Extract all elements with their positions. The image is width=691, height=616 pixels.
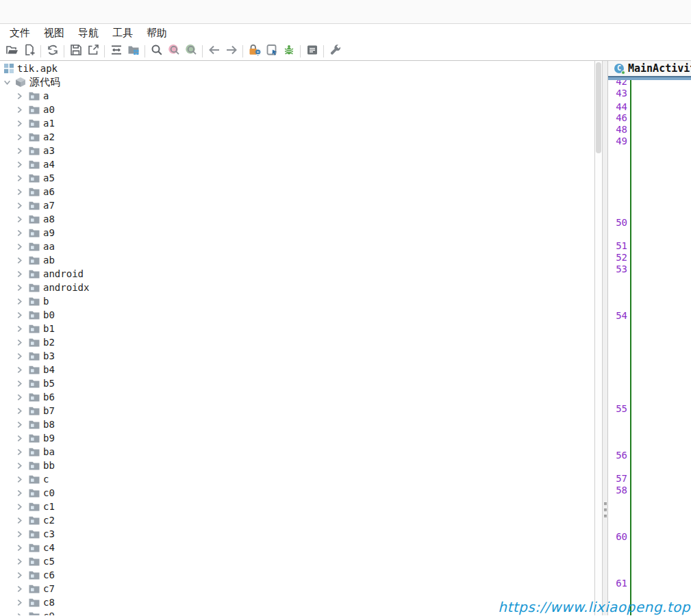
chevron-right-icon[interactable]: [15, 475, 23, 483]
log-viewer-button[interactable]: [303, 43, 321, 60]
tree-package-row[interactable]: b: [0, 294, 594, 308]
chevron-right-icon[interactable]: [15, 379, 23, 387]
tree-package-row[interactable]: b6: [0, 390, 594, 404]
menu-item[interactable]: 工具: [105, 25, 140, 41]
tree-package-row[interactable]: c7: [0, 582, 594, 595]
chevron-right-icon[interactable]: [15, 133, 23, 141]
tree-package-row[interactable]: b0: [0, 308, 594, 322]
tree-package-row[interactable]: a3: [0, 144, 594, 157]
chevron-right-icon[interactable]: [15, 188, 23, 196]
chevron-right-icon[interactable]: [15, 393, 23, 401]
tree-package-row[interactable]: c1: [0, 500, 594, 513]
tree-package-row[interactable]: a7: [0, 198, 594, 212]
tree-package-row[interactable]: a9: [0, 226, 594, 240]
tree-package-row[interactable]: a0: [0, 103, 594, 116]
chevron-right-icon[interactable]: [15, 585, 23, 593]
chevron-right-icon[interactable]: [15, 448, 23, 456]
chevron-right-icon[interactable]: [15, 146, 23, 155]
chevron-right-icon[interactable]: [15, 105, 23, 114]
tree-root-apk[interactable]: tik.apk: [0, 62, 594, 75]
tree-package-row[interactable]: a8: [0, 212, 594, 226]
menu-item[interactable]: 帮助: [140, 25, 174, 41]
chevron-right-icon[interactable]: [15, 311, 23, 319]
tree-package-row[interactable]: c0: [0, 486, 594, 500]
chevron-down-icon[interactable]: [3, 78, 11, 86]
tree-package-row[interactable]: b9: [0, 431, 594, 445]
tree-package-row[interactable]: a5: [0, 171, 594, 185]
tree-package-row[interactable]: a1: [0, 116, 594, 130]
menu-item[interactable]: 文件: [3, 25, 37, 41]
chevron-right-icon[interactable]: [15, 557, 23, 565]
chevron-right-icon[interactable]: [15, 119, 23, 127]
chevron-right-icon[interactable]: [15, 365, 23, 374]
chevron-right-icon[interactable]: [15, 543, 23, 552]
chevron-right-icon[interactable]: [15, 283, 23, 292]
chevron-right-icon[interactable]: [15, 297, 23, 305]
chevron-right-icon[interactable]: [15, 461, 23, 470]
search-text-button[interactable]: [165, 43, 182, 60]
tree-scrollbar[interactable]: [594, 61, 603, 615]
tree-package-row[interactable]: androidx: [0, 281, 594, 294]
chevron-right-icon[interactable]: [15, 201, 23, 209]
debugger-button[interactable]: [280, 43, 297, 60]
chevron-right-icon[interactable]: [15, 598, 23, 606]
tree-package-row[interactable]: ba: [0, 445, 594, 459]
chevron-right-icon[interactable]: [15, 434, 23, 442]
tree-package-row[interactable]: c6: [0, 568, 594, 582]
panel-splitter[interactable]: [603, 61, 608, 615]
chevron-right-icon[interactable]: [15, 352, 23, 360]
add-files-button[interactable]: [21, 43, 38, 60]
flat-packages-button[interactable]: [125, 43, 142, 60]
tree-package-row[interactable]: b7: [0, 404, 594, 418]
chevron-right-icon[interactable]: [15, 160, 23, 168]
tree-package-row[interactable]: b1: [0, 322, 594, 335]
back-button[interactable]: [205, 43, 223, 60]
tree-package-row[interactable]: bb: [0, 459, 594, 472]
reload-button[interactable]: [44, 43, 61, 60]
deobfuscation-button[interactable]: [246, 43, 263, 60]
chevron-right-icon[interactable]: [15, 270, 23, 278]
chevron-right-icon[interactable]: [15, 571, 23, 579]
tree-package-row[interactable]: android: [0, 267, 594, 281]
tree-package-row[interactable]: a6: [0, 185, 594, 198]
menu-item[interactable]: 视图: [37, 25, 71, 41]
save-all-button[interactable]: [67, 43, 84, 60]
search-class-button[interactable]: [148, 43, 165, 60]
forward-button[interactable]: [223, 43, 240, 60]
chevron-right-icon[interactable]: [15, 242, 23, 251]
tree-package-row[interactable]: a2: [0, 130, 594, 144]
tree-package-row[interactable]: c3: [0, 527, 594, 541]
tree-package-row[interactable]: c4: [0, 541, 594, 554]
chevron-right-icon[interactable]: [15, 215, 23, 223]
chevron-right-icon[interactable]: [15, 502, 23, 511]
chevron-right-icon[interactable]: [15, 420, 23, 428]
tree-source-node[interactable]: 源代码: [0, 75, 594, 89]
chevron-right-icon[interactable]: [15, 338, 23, 346]
tree-package-row[interactable]: c: [0, 472, 594, 486]
chevron-right-icon[interactable]: [15, 256, 23, 264]
tree-package-row[interactable]: b5: [0, 376, 594, 390]
menu-item[interactable]: 导航: [71, 25, 105, 41]
chevron-right-icon[interactable]: [15, 612, 23, 615]
tree-package-row[interactable]: c5: [0, 554, 594, 568]
tab-mainactivity[interactable]: C MainActivity: [614, 62, 691, 75]
tree-package-row[interactable]: ab: [0, 253, 594, 267]
chevron-right-icon[interactable]: [15, 516, 23, 524]
tree-package-row[interactable]: b2: [0, 335, 594, 349]
select-preview-button[interactable]: [263, 43, 280, 60]
chevron-right-icon[interactable]: [15, 407, 23, 415]
preferences-button[interactable]: [327, 43, 344, 60]
export-button[interactable]: [84, 43, 101, 60]
splitter-grip-icon[interactable]: [604, 502, 607, 517]
chevron-right-icon[interactable]: [15, 92, 23, 100]
search-usage-button[interactable]: [182, 43, 199, 60]
tree-package-row[interactable]: b3: [0, 349, 594, 363]
open-file-button[interactable]: [3, 43, 21, 60]
tree-package-row[interactable]: a4: [0, 157, 594, 171]
chevron-right-icon[interactable]: [15, 489, 23, 497]
editor-body[interactable]: 42 43 44 46 48 49 50 51 52 53: [608, 80, 691, 615]
tree-package-row[interactable]: c2: [0, 513, 594, 527]
tree-package-row[interactable]: a: [0, 89, 594, 103]
tree-package-row[interactable]: b8: [0, 418, 594, 431]
fit-width-button[interactable]: [108, 43, 125, 60]
